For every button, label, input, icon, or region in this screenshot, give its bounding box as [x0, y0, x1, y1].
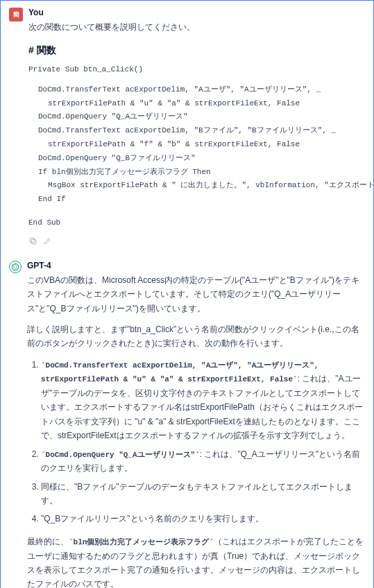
list-item: `DoCmd.TransferText acExportDelim, "Aユーザ… — [41, 358, 365, 443]
assistant-p3-pre: 最終的に、 — [27, 537, 69, 546]
user-intro: 次の関数について概要を説明してください。 — [28, 20, 365, 34]
code-line: DoCmd.TransferText acExportDelim, "Bファイル… — [28, 124, 365, 138]
user-label: You — [28, 8, 365, 17]
list-item: 同様に、"Bファイル"テーブルのデータもテキストファイルとしてエクスポートします… — [41, 480, 365, 508]
assistant-ordered-list: `DoCmd.TransferText acExportDelim, "Aユーザ… — [27, 358, 365, 526]
assistant-content: このVBAの関数は、Microsoft Access内の特定のテーブル("Aユー… — [27, 273, 365, 588]
list-item: `DoCmd.OpenQuery "Q_Aユーザリリース"`: これは、"Q_A… — [41, 447, 365, 476]
code-line: DoCmd.OpenQuery "Q_Aユーザリリース" — [28, 110, 365, 124]
list-item: "Q_Bファイルリリース"という名前のクエリを実行します。 — [41, 512, 365, 526]
code-line: If bln個別出力完了メッセージ表示フラグ Then — [28, 166, 365, 180]
user-code-sig: Private Sub btn_a_Click() — [28, 63, 365, 76]
inline-code: `DoCmd.TransferText acExportDelim, "Aユーザ… — [41, 361, 318, 384]
assistant-p2: 詳しく説明しますと、まず"btn_a_Click"という名前の関数がクリックイベ… — [27, 322, 365, 351]
code-line: strExportFilePath & "u" & "a" & strExpor… — [28, 97, 365, 111]
list-item-text: : これは、"Aユーザ"テーブルのデータを、区切り文字付きのテキストファイルとし… — [41, 374, 363, 440]
code-line: End If — [28, 193, 365, 207]
code-line: DoCmd.OpenQuery "Q_Bファイルリリース" — [28, 152, 365, 166]
assistant-message: GPT-4 このVBAの関数は、Microsoft Access内の特定のテーブ… — [1, 254, 373, 588]
user-avatar: 簡 — [9, 8, 23, 21]
edit-icon[interactable] — [43, 236, 52, 247]
user-code-heading: # 関数 — [28, 42, 365, 59]
user-code-end: End Sub — [28, 216, 365, 230]
svg-rect-1 — [30, 238, 35, 243]
inline-code: `DoCmd.OpenQuery "Q_Aユーザリリース"` — [41, 451, 200, 459]
assistant-avatar — [9, 261, 22, 273]
user-message: 簡 You 次の関数について概要を説明してください。 # 関数 Private … — [1, 1, 373, 254]
assistant-label: GPT-4 — [27, 261, 365, 270]
code-line: strExportFilePath & "f" & "b" & strExpor… — [28, 138, 365, 152]
code-line: MsgBox strExportFilePath & " に出力しました。", … — [28, 179, 365, 193]
user-content: 次の関数について概要を説明してください。 # 関数 Private Sub bt… — [28, 20, 365, 247]
copy-icon[interactable] — [28, 236, 37, 247]
assistant-p3: 最終的に、`bln個別出力完了メッセージ表示フラグ`（これはエクスポートが完了し… — [27, 535, 365, 588]
assistant-p1: このVBAの関数は、Microsoft Access内の特定のテーブル("Aユー… — [27, 273, 365, 315]
code-line: DoCmd.TransferText acExportDelim, "Aユーザ"… — [28, 83, 365, 97]
svg-rect-0 — [31, 239, 36, 244]
user-code-block: DoCmd.TransferText acExportDelim, "Aユーザ"… — [28, 83, 365, 207]
assistant-p3-code: `bln個別出力完了メッセージ表示フラグ` — [69, 538, 214, 546]
message-actions — [28, 236, 365, 247]
